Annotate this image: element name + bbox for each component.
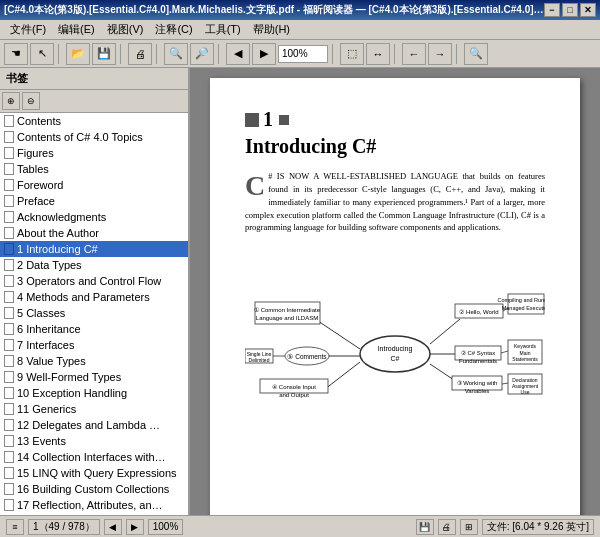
- print-button[interactable]: 🖨: [128, 43, 152, 65]
- tree-item-ch8[interactable]: 8 Value Types: [0, 353, 188, 369]
- menu-comment[interactable]: 注释(C): [149, 20, 198, 39]
- tree-item-tables[interactable]: Tables: [0, 161, 188, 177]
- toolbar-separator4: [218, 44, 222, 64]
- svg-text:Introducing: Introducing: [378, 345, 413, 353]
- toolbar-separator5: [332, 44, 336, 64]
- zoom-in-button[interactable]: 🔎: [190, 43, 214, 65]
- svg-line-3: [315, 319, 360, 349]
- print-status-button[interactable]: 🖨: [438, 519, 456, 535]
- svg-text:Keywords: Keywords: [514, 343, 536, 349]
- next-page-button[interactable]: ▶: [252, 43, 276, 65]
- page-info-text: 1（49 / 978）: [33, 520, 95, 534]
- title-bar: [C#4.0本论(第3版).[Essential.C#4.0].Mark.Mic…: [0, 0, 600, 20]
- fit-page-button[interactable]: ⬚: [340, 43, 364, 65]
- svg-text:Fundamentals: Fundamentals: [459, 358, 497, 364]
- svg-text:Delimited: Delimited: [249, 357, 270, 363]
- tree-item-ch4[interactable]: 4 Methods and Parameters: [0, 289, 188, 305]
- tree-item-ch3[interactable]: 3 Operators and Control Flow: [0, 273, 188, 289]
- file-info: 文件: [6.04 * 9.26 英寸]: [482, 519, 594, 535]
- window-title: [C#4.0本论(第3版).[Essential.C#4.0].Mark.Mic…: [4, 3, 544, 17]
- menu-view[interactable]: 视图(V): [101, 20, 150, 39]
- toolbar-separator6: [394, 44, 398, 64]
- menu-bar: 文件(F) 编辑(E) 视图(V) 注释(C) 工具(T) 帮助(H): [0, 20, 600, 40]
- select-tool-button[interactable]: ↖: [30, 43, 54, 65]
- tree-item-contents[interactable]: Contents: [0, 113, 188, 129]
- tree-item-preface[interactable]: Preface: [0, 193, 188, 209]
- svg-text:② Hello, World: ② Hello, World: [459, 309, 498, 315]
- menu-help[interactable]: 帮助(H): [247, 20, 296, 39]
- svg-text:③ Working with: ③ Working with: [457, 380, 498, 386]
- tree-item-ch5[interactable]: 5 Classes: [0, 305, 188, 321]
- menu-file[interactable]: 文件(F): [4, 20, 52, 39]
- svg-text:Variables: Variables: [465, 388, 490, 394]
- open-button[interactable]: 📂: [66, 43, 90, 65]
- save-status-button[interactable]: 💾: [416, 519, 434, 535]
- close-button[interactable]: ✕: [580, 3, 596, 17]
- svg-text:Compiling and Running: Compiling and Running: [497, 297, 545, 303]
- pdf-page: 1 Introducing C# C# IS NOW A WELL-ESTABL…: [210, 78, 580, 515]
- sidebar-btn1[interactable]: ⊕: [2, 92, 20, 110]
- body-text: IS NOW A WELL-ESTABLISHED LANGUAGE that …: [245, 171, 545, 232]
- page-info: 1（49 / 978）: [28, 519, 100, 535]
- tree-item-ch10[interactable]: 10 Exception Handling: [0, 385, 188, 401]
- hand-tool-button[interactable]: ☚: [4, 43, 28, 65]
- tree-item-ch11[interactable]: 11 Generics: [0, 401, 188, 417]
- sidebar-btn2[interactable]: ⊖: [22, 92, 40, 110]
- bookmark-tree[interactable]: Contents Contents of C# 4.0 Topics Figur…: [0, 113, 188, 515]
- save-button[interactable]: 💾: [92, 43, 116, 65]
- zoom-level: 100%: [153, 521, 179, 532]
- forward-button[interactable]: →: [428, 43, 452, 65]
- sidebar-header: 书签: [0, 68, 188, 90]
- toolbar-separator: [58, 44, 62, 64]
- prev-page-button[interactable]: ◀: [226, 43, 250, 65]
- zoom-out-button[interactable]: 🔍: [164, 43, 188, 65]
- zoom-input[interactable]: [278, 45, 328, 63]
- tree-item-figures[interactable]: Figures: [0, 145, 188, 161]
- tree-item-ch1[interactable]: 1 Introducing C#: [0, 241, 188, 257]
- svg-text:Statements: Statements: [512, 356, 538, 362]
- back-button[interactable]: ←: [402, 43, 426, 65]
- tree-item-ch7[interactable]: 7 Interfaces: [0, 337, 188, 353]
- toolbar: ☚ ↖ 📂 💾 🖨 🔍 🔎 ◀ ▶ ⬚ ↔ ← → 🔍: [0, 40, 600, 68]
- tree-item-foreword[interactable]: Foreword: [0, 177, 188, 193]
- tree-item-ch17[interactable]: 17 Reflection, Attributes, and Dynar...: [0, 497, 188, 513]
- toolbar-separator7: [456, 44, 460, 64]
- tree-item-ch2[interactable]: 2 Data Types: [0, 257, 188, 273]
- tree-item-ch13[interactable]: 13 Events: [0, 433, 188, 449]
- zoom-info: 100%: [148, 519, 184, 535]
- tree-item-ch9[interactable]: 9 Well-Formed Types: [0, 369, 188, 385]
- tree-item-ch15[interactable]: 15 LINQ with Query Expressions: [0, 465, 188, 481]
- menu-tools[interactable]: 工具(T): [199, 20, 247, 39]
- tree-item-acknowledgments[interactable]: Acknowledgments: [0, 209, 188, 225]
- minimize-button[interactable]: −: [544, 3, 560, 17]
- prev-page-status-button[interactable]: ◀: [104, 519, 122, 535]
- svg-text:① Common Intermediate: ① Common Intermediate: [254, 307, 321, 313]
- search-button[interactable]: 🔍: [464, 43, 488, 65]
- status-menu-button[interactable]: ≡: [6, 519, 24, 535]
- svg-text:⑤ Comments: ⑤ Comments: [287, 353, 327, 360]
- view-status-button[interactable]: ⊞: [460, 519, 478, 535]
- tree-item-ch12[interactable]: 12 Delegates and Lambda Expressio...: [0, 417, 188, 433]
- tree-item-contents-c4[interactable]: Contents of C# 4.0 Topics: [0, 129, 188, 145]
- main-area: 书签 ⊕ ⊖ Contents Contents of C# 4.0 Topic…: [0, 68, 600, 515]
- chapter-title: Introducing C#: [245, 135, 545, 158]
- svg-text:④ Console Input: ④ Console Input: [272, 384, 316, 390]
- next-page-status-button[interactable]: ▶: [126, 519, 144, 535]
- tree-item-ch14[interactable]: 14 Collection Interfaces with Standa...: [0, 449, 188, 465]
- chapter-number: 1: [263, 108, 273, 131]
- sidebar-title: 书签: [6, 71, 28, 86]
- drop-cap: C: [245, 172, 265, 200]
- svg-point-0: [360, 336, 430, 372]
- mindmap-diagram: Introducing C# ① Common Intermediate Lan…: [245, 244, 545, 446]
- svg-text:② C# Syntax: ② C# Syntax: [461, 350, 495, 356]
- tree-item-ch18[interactable]: 18 Multithreading: [0, 513, 188, 515]
- svg-text:Managed Execution: Managed Execution: [502, 305, 545, 311]
- maximize-button[interactable]: □: [562, 3, 578, 17]
- tree-item-ch6[interactable]: 6 Inheritance: [0, 321, 188, 337]
- tree-item-about[interactable]: About the Author: [0, 225, 188, 241]
- fit-width-button[interactable]: ↔: [366, 43, 390, 65]
- document-area[interactable]: 1 Introducing C# C# IS NOW A WELL-ESTABL…: [190, 68, 600, 515]
- tree-item-ch16[interactable]: 16 Building Custom Collections: [0, 481, 188, 497]
- menu-edit[interactable]: 编辑(E): [52, 20, 101, 39]
- sidebar-toolbar: ⊕ ⊖: [0, 90, 188, 113]
